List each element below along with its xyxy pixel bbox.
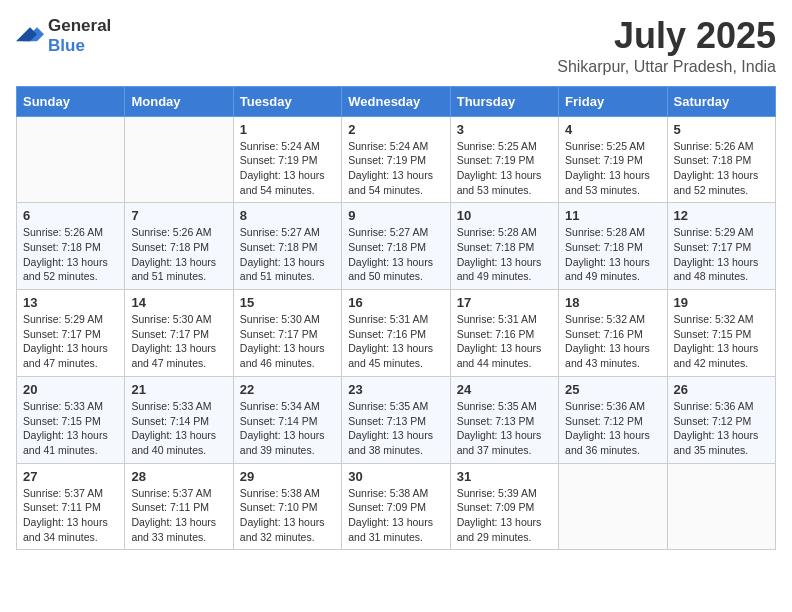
- calendar-cell: 2Sunrise: 5:24 AMSunset: 7:19 PMDaylight…: [342, 116, 450, 203]
- day-info: Sunrise: 5:36 AMSunset: 7:12 PMDaylight:…: [565, 399, 660, 458]
- day-number: 22: [240, 382, 335, 397]
- week-row-4: 20Sunrise: 5:33 AMSunset: 7:15 PMDayligh…: [17, 376, 776, 463]
- calendar-cell: 12Sunrise: 5:29 AMSunset: 7:17 PMDayligh…: [667, 203, 775, 290]
- calendar-cell: 29Sunrise: 5:38 AMSunset: 7:10 PMDayligh…: [233, 463, 341, 550]
- day-info: Sunrise: 5:37 AMSunset: 7:11 PMDaylight:…: [131, 486, 226, 545]
- week-row-5: 27Sunrise: 5:37 AMSunset: 7:11 PMDayligh…: [17, 463, 776, 550]
- day-info: Sunrise: 5:33 AMSunset: 7:15 PMDaylight:…: [23, 399, 118, 458]
- day-number: 27: [23, 469, 118, 484]
- week-row-1: 1Sunrise: 5:24 AMSunset: 7:19 PMDaylight…: [17, 116, 776, 203]
- calendar-cell: 8Sunrise: 5:27 AMSunset: 7:18 PMDaylight…: [233, 203, 341, 290]
- day-number: 19: [674, 295, 769, 310]
- weekday-header-wednesday: Wednesday: [342, 86, 450, 116]
- day-number: 2: [348, 122, 443, 137]
- day-number: 13: [23, 295, 118, 310]
- calendar-cell: 21Sunrise: 5:33 AMSunset: 7:14 PMDayligh…: [125, 376, 233, 463]
- day-info: Sunrise: 5:24 AMSunset: 7:19 PMDaylight:…: [240, 139, 335, 198]
- calendar-cell: 4Sunrise: 5:25 AMSunset: 7:19 PMDaylight…: [559, 116, 667, 203]
- calendar-cell: 22Sunrise: 5:34 AMSunset: 7:14 PMDayligh…: [233, 376, 341, 463]
- calendar-cell: 15Sunrise: 5:30 AMSunset: 7:17 PMDayligh…: [233, 290, 341, 377]
- weekday-header-friday: Friday: [559, 86, 667, 116]
- day-number: 6: [23, 208, 118, 223]
- day-number: 12: [674, 208, 769, 223]
- day-number: 30: [348, 469, 443, 484]
- day-info: Sunrise: 5:38 AMSunset: 7:09 PMDaylight:…: [348, 486, 443, 545]
- calendar-cell: 24Sunrise: 5:35 AMSunset: 7:13 PMDayligh…: [450, 376, 558, 463]
- week-row-3: 13Sunrise: 5:29 AMSunset: 7:17 PMDayligh…: [17, 290, 776, 377]
- day-number: 8: [240, 208, 335, 223]
- day-number: 28: [131, 469, 226, 484]
- day-info: Sunrise: 5:36 AMSunset: 7:12 PMDaylight:…: [674, 399, 769, 458]
- weekday-header-sunday: Sunday: [17, 86, 125, 116]
- day-number: 14: [131, 295, 226, 310]
- title-area: July 2025 Shikarpur, Uttar Pradesh, Indi…: [557, 16, 776, 76]
- day-number: 10: [457, 208, 552, 223]
- calendar-cell: 6Sunrise: 5:26 AMSunset: 7:18 PMDaylight…: [17, 203, 125, 290]
- calendar-cell: [667, 463, 775, 550]
- calendar-cell: 31Sunrise: 5:39 AMSunset: 7:09 PMDayligh…: [450, 463, 558, 550]
- day-info: Sunrise: 5:31 AMSunset: 7:16 PMDaylight:…: [348, 312, 443, 371]
- day-info: Sunrise: 5:28 AMSunset: 7:18 PMDaylight:…: [565, 225, 660, 284]
- calendar-cell: [125, 116, 233, 203]
- weekday-header-monday: Monday: [125, 86, 233, 116]
- calendar-cell: 1Sunrise: 5:24 AMSunset: 7:19 PMDaylight…: [233, 116, 341, 203]
- day-number: 24: [457, 382, 552, 397]
- calendar-cell: 30Sunrise: 5:38 AMSunset: 7:09 PMDayligh…: [342, 463, 450, 550]
- day-info: Sunrise: 5:37 AMSunset: 7:11 PMDaylight:…: [23, 486, 118, 545]
- day-number: 15: [240, 295, 335, 310]
- day-info: Sunrise: 5:39 AMSunset: 7:09 PMDaylight:…: [457, 486, 552, 545]
- calendar-table: SundayMondayTuesdayWednesdayThursdayFrid…: [16, 86, 776, 551]
- calendar-cell: 10Sunrise: 5:28 AMSunset: 7:18 PMDayligh…: [450, 203, 558, 290]
- day-number: 31: [457, 469, 552, 484]
- calendar-cell: [559, 463, 667, 550]
- calendar-cell: 19Sunrise: 5:32 AMSunset: 7:15 PMDayligh…: [667, 290, 775, 377]
- calendar-cell: 23Sunrise: 5:35 AMSunset: 7:13 PMDayligh…: [342, 376, 450, 463]
- day-number: 3: [457, 122, 552, 137]
- week-row-2: 6Sunrise: 5:26 AMSunset: 7:18 PMDaylight…: [17, 203, 776, 290]
- day-number: 18: [565, 295, 660, 310]
- day-info: Sunrise: 5:30 AMSunset: 7:17 PMDaylight:…: [131, 312, 226, 371]
- day-number: 16: [348, 295, 443, 310]
- month-year-title: July 2025: [557, 16, 776, 56]
- day-info: Sunrise: 5:32 AMSunset: 7:16 PMDaylight:…: [565, 312, 660, 371]
- day-number: 11: [565, 208, 660, 223]
- calendar-cell: 18Sunrise: 5:32 AMSunset: 7:16 PMDayligh…: [559, 290, 667, 377]
- calendar-cell: 3Sunrise: 5:25 AMSunset: 7:19 PMDaylight…: [450, 116, 558, 203]
- day-number: 7: [131, 208, 226, 223]
- calendar-cell: 27Sunrise: 5:37 AMSunset: 7:11 PMDayligh…: [17, 463, 125, 550]
- day-number: 9: [348, 208, 443, 223]
- weekday-header-tuesday: Tuesday: [233, 86, 341, 116]
- day-info: Sunrise: 5:26 AMSunset: 7:18 PMDaylight:…: [23, 225, 118, 284]
- day-info: Sunrise: 5:27 AMSunset: 7:18 PMDaylight:…: [240, 225, 335, 284]
- day-info: Sunrise: 5:35 AMSunset: 7:13 PMDaylight:…: [348, 399, 443, 458]
- calendar-cell: 26Sunrise: 5:36 AMSunset: 7:12 PMDayligh…: [667, 376, 775, 463]
- calendar-cell: 9Sunrise: 5:27 AMSunset: 7:18 PMDaylight…: [342, 203, 450, 290]
- calendar-cell: 25Sunrise: 5:36 AMSunset: 7:12 PMDayligh…: [559, 376, 667, 463]
- day-info: Sunrise: 5:26 AMSunset: 7:18 PMDaylight:…: [674, 139, 769, 198]
- logo-general: General Blue: [48, 16, 111, 56]
- day-info: Sunrise: 5:25 AMSunset: 7:19 PMDaylight:…: [565, 139, 660, 198]
- logo: General Blue: [16, 16, 111, 56]
- calendar-cell: 17Sunrise: 5:31 AMSunset: 7:16 PMDayligh…: [450, 290, 558, 377]
- day-number: 26: [674, 382, 769, 397]
- day-number: 4: [565, 122, 660, 137]
- day-number: 20: [23, 382, 118, 397]
- day-number: 25: [565, 382, 660, 397]
- calendar-cell: 7Sunrise: 5:26 AMSunset: 7:18 PMDaylight…: [125, 203, 233, 290]
- weekday-header-saturday: Saturday: [667, 86, 775, 116]
- day-info: Sunrise: 5:31 AMSunset: 7:16 PMDaylight:…: [457, 312, 552, 371]
- day-info: Sunrise: 5:34 AMSunset: 7:14 PMDaylight:…: [240, 399, 335, 458]
- day-info: Sunrise: 5:28 AMSunset: 7:18 PMDaylight:…: [457, 225, 552, 284]
- calendar-cell: 11Sunrise: 5:28 AMSunset: 7:18 PMDayligh…: [559, 203, 667, 290]
- calendar-cell: 14Sunrise: 5:30 AMSunset: 7:17 PMDayligh…: [125, 290, 233, 377]
- day-info: Sunrise: 5:24 AMSunset: 7:19 PMDaylight:…: [348, 139, 443, 198]
- day-info: Sunrise: 5:26 AMSunset: 7:18 PMDaylight:…: [131, 225, 226, 284]
- location-subtitle: Shikarpur, Uttar Pradesh, India: [557, 58, 776, 76]
- calendar-cell: 13Sunrise: 5:29 AMSunset: 7:17 PMDayligh…: [17, 290, 125, 377]
- calendar-cell: 16Sunrise: 5:31 AMSunset: 7:16 PMDayligh…: [342, 290, 450, 377]
- calendar-cell: 5Sunrise: 5:26 AMSunset: 7:18 PMDaylight…: [667, 116, 775, 203]
- day-info: Sunrise: 5:32 AMSunset: 7:15 PMDaylight:…: [674, 312, 769, 371]
- day-info: Sunrise: 5:38 AMSunset: 7:10 PMDaylight:…: [240, 486, 335, 545]
- day-number: 5: [674, 122, 769, 137]
- calendar-cell: 20Sunrise: 5:33 AMSunset: 7:15 PMDayligh…: [17, 376, 125, 463]
